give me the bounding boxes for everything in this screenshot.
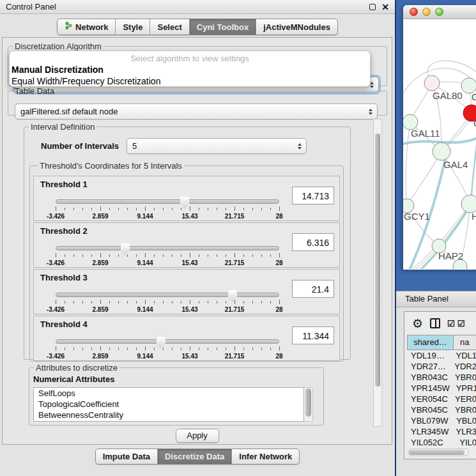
table-row[interactable]: YDL19…YDL1 xyxy=(407,350,476,361)
tab-cyni-toolbox[interactable]: Cyni Toolbox xyxy=(190,19,256,35)
threshold-slider[interactable]: -3.4262.8599.14415.4321.71528 xyxy=(56,291,279,314)
close-traffic-light-icon[interactable] xyxy=(410,8,418,16)
number-of-intervals-value: 5 xyxy=(132,141,137,151)
table-row[interactable]: YIL052CYIL0 xyxy=(407,437,476,448)
algorithm-option-1[interactable]: Manual Discretization xyxy=(10,64,370,75)
table-row[interactable]: YPR145WYPR1 xyxy=(407,383,476,394)
table-cell: YDL19… xyxy=(407,350,449,361)
apply-button[interactable]: Apply xyxy=(176,429,219,443)
threshold-value-field[interactable]: 21.4 xyxy=(292,280,334,298)
threshold-row: Threshold 2-3.4262.8599.14415.4321.71528… xyxy=(33,222,340,268)
checkbox-icon[interactable]: ☑ xyxy=(447,319,455,328)
table-data-select[interactable]: galFiltered.sif default node xyxy=(15,104,378,119)
tab-label: Cyni Toolbox xyxy=(197,22,249,33)
node-label: C xyxy=(473,118,476,128)
table-cell: YLR345W xyxy=(407,426,449,437)
attributes-group-title: Attributes to discretize xyxy=(34,363,119,372)
threshold-label: Threshold 1 xyxy=(40,180,88,189)
list-item[interactable]: TopologicalCoefficient xyxy=(34,399,303,410)
close-panel-button[interactable]: ✕ xyxy=(381,4,389,10)
slider-ticks xyxy=(56,300,279,305)
popup-hint: Select algorithm to view settings xyxy=(10,53,370,64)
tab-style[interactable]: Style xyxy=(116,19,150,35)
slider-ticks xyxy=(56,346,279,351)
network-node[interactable] xyxy=(424,75,440,91)
list-item[interactable]: SelfLoops xyxy=(34,388,303,399)
table-horizontal-scrollbar[interactable] xyxy=(408,449,469,456)
list-item[interactable]: BetweennessCentrality xyxy=(34,410,303,420)
slider-track xyxy=(56,199,279,204)
threshold-slider[interactable]: -3.4262.8599.14415.4321.71528 xyxy=(56,245,279,268)
network-graph: GAL80GACGAL11GAL4GCY1HHAP2 xyxy=(403,19,476,269)
table-row[interactable]: YBL079WYBL0 xyxy=(407,415,476,426)
algorithm-option-2[interactable]: Equal Width/Frequency Discretization xyxy=(10,75,370,87)
interval-group-title: Interval Definition xyxy=(29,122,96,132)
table-row[interactable]: YDR27…YDR2 xyxy=(407,361,476,372)
column-header[interactable]: shared… xyxy=(407,335,454,350)
spinner-arrows-icon xyxy=(298,143,302,150)
control-panel: Control Panel ✕ NetworkStyleSelectCyni T… xyxy=(0,0,395,476)
checkbox-icon[interactable]: ☑ xyxy=(457,319,465,328)
threshold-value-field[interactable]: 11.344 xyxy=(292,326,334,344)
number-of-intervals-label: Number of Intervals xyxy=(41,141,119,151)
tab-select[interactable]: Select xyxy=(150,19,189,35)
threshold-group-title: Threshold's Coordinates for 5 Intervals xyxy=(38,161,184,171)
slider-ticks xyxy=(56,206,279,211)
zoom-traffic-light-icon[interactable] xyxy=(435,8,443,16)
numerical-attributes-list[interactable]: SelfLoopsTopologicalCoefficientBetweenne… xyxy=(33,387,304,422)
threshold-slider[interactable]: -3.4262.8599.14415.4321.71528 xyxy=(56,338,279,361)
number-of-intervals-spinner[interactable]: 5 xyxy=(127,138,307,154)
attributes-list-scrollbar[interactable] xyxy=(304,387,313,422)
threshold-value-field[interactable]: 6.316 xyxy=(292,233,334,251)
tab-label: Network xyxy=(75,22,108,33)
table-cell: YDL1 xyxy=(449,350,476,361)
node-label: HAP2 xyxy=(438,250,463,261)
tab-impute-data[interactable]: Impute Data xyxy=(96,449,158,464)
tab-network[interactable]: Network xyxy=(58,19,116,35)
attributes-group: Attributes to discretize Numerical Attri… xyxy=(29,363,324,426)
combo-arrows-icon xyxy=(369,109,372,115)
table-cell: YBR0 xyxy=(449,372,476,383)
table-cell: YPR1 xyxy=(450,383,476,394)
table-row[interactable]: YBR045CYBR0 xyxy=(407,404,476,415)
numerical-attributes-label: Numerical Attributes xyxy=(33,374,323,384)
interval-definition-group: Interval Definition Number of Intervals … xyxy=(24,122,351,360)
threshold-coordinates-group: Threshold's Coordinates for 5 Intervals … xyxy=(29,161,344,362)
network-window[interactable]: GAL80GACGAL11GAL4GCY1HHAP2 xyxy=(403,5,476,270)
table-data-value: galFiltered.sif default node xyxy=(20,107,118,116)
network-window-titlebar[interactable] xyxy=(403,5,476,19)
column-header[interactable]: na xyxy=(454,335,476,350)
table-cell: YER054C xyxy=(407,394,449,404)
settings-scroll-area: Interval Definition Number of Intervals … xyxy=(6,119,382,427)
gear-icon[interactable]: ⚙ xyxy=(412,318,423,330)
settings-vertical-scrollbar[interactable] xyxy=(373,119,382,427)
network-node[interactable] xyxy=(461,195,476,213)
table-row[interactable]: YBR043CYBR0 xyxy=(407,372,476,383)
float-window-button[interactable] xyxy=(369,4,376,10)
algorithm-group-title: Discretization Algorithm xyxy=(13,42,104,51)
tab-jactivemnodules[interactable]: jActiveMNodules xyxy=(256,19,337,35)
network-node[interactable] xyxy=(433,142,450,160)
table-row[interactable]: YLR345WYLR3 xyxy=(407,426,476,437)
network-canvas[interactable]: GAL80GACGAL11GAL4GCY1HHAP2 xyxy=(403,19,476,269)
bottom-tab-bar: Impute DataDiscretize DataInfer Network xyxy=(0,449,395,464)
minimize-traffic-light-icon[interactable] xyxy=(422,8,431,16)
node-label: GA xyxy=(472,91,476,102)
tab-discretize-data[interactable]: Discretize Data xyxy=(158,449,232,464)
table-row[interactable]: YER054CYER0 xyxy=(407,394,476,404)
node-label: GAL11 xyxy=(411,128,440,139)
tab-infer-network[interactable]: Infer Network xyxy=(232,449,299,464)
threshold-slider[interactable]: -3.4262.8599.14415.4321.71528 xyxy=(56,198,279,221)
split-pane-icon[interactable] xyxy=(430,318,440,328)
threshold-row: Threshold 1-3.4262.8599.14415.4321.71528… xyxy=(33,176,340,221)
table-cell: YIL0 xyxy=(453,437,476,448)
table-cell: YBR043C xyxy=(407,372,449,383)
algorithm-dropdown-popup: Select algorithm to view settings Manual… xyxy=(9,50,371,87)
tab-label: Style xyxy=(123,22,142,33)
threshold-label: Threshold 3 xyxy=(40,273,88,282)
table-cell: YBR045C xyxy=(407,404,449,415)
table-header-row: shared…na xyxy=(407,335,476,350)
threshold-value-field[interactable]: 14.713 xyxy=(292,187,334,204)
network-icon xyxy=(65,21,72,33)
node-label: H xyxy=(472,211,476,222)
